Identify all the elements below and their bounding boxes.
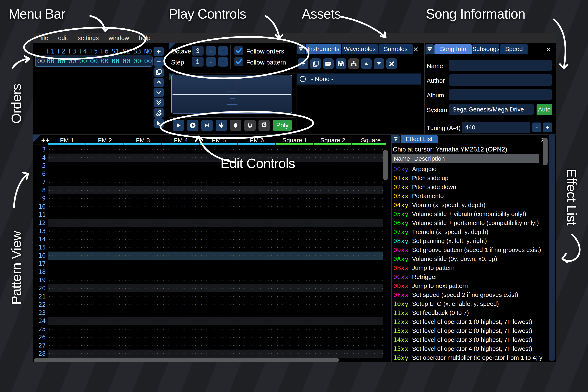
channel-header-fm-4[interactable]: FM 4	[162, 137, 200, 144]
pattern-cell[interactable]: ··· ·· ·· ····	[124, 317, 162, 325]
pattern-cell[interactable]: ··· ·· ·· ····	[162, 235, 200, 243]
pattern-cell[interactable]: ··· ·· ·· ····	[314, 260, 352, 268]
pattern-cell[interactable]: ··· ·· ·· ····	[48, 194, 86, 202]
pattern-vertical-scrollbar[interactable]	[383, 150, 388, 180]
octave-value[interactable]: 3	[192, 46, 204, 56]
pattern-cell[interactable]: ··· ·· ·· ····	[238, 276, 276, 284]
effect-row[interactable]: 00xyArpeggio	[392, 164, 543, 174]
step-down-button[interactable]	[216, 120, 227, 131]
pattern-cell[interactable]: ··· ·· ·· ····	[48, 162, 86, 170]
pattern-cell[interactable]: ··· ·· ·· ····	[200, 186, 238, 194]
pattern-cell[interactable]: ··· ·· ·· ····	[48, 252, 86, 260]
menu-item-file[interactable]: file	[36, 34, 53, 42]
pattern-horizontal-scrollbar[interactable]	[34, 358, 339, 362]
pattern-cell[interactable]: ··· ·· ·· ····	[162, 284, 200, 292]
channel-header-fm-3[interactable]: FM 3	[124, 137, 162, 144]
pattern-cell[interactable]: ··· ·· ·· ····	[86, 284, 124, 292]
effect-row[interactable]: 02xxPitch slide down	[392, 182, 543, 192]
play-button[interactable]	[173, 120, 184, 131]
tab-song-info[interactable]: Song Info	[434, 44, 472, 54]
pattern-cell[interactable]: ··· ·· ·· ····	[86, 154, 124, 162]
pattern-cell[interactable]: ··· ·· ·· ····	[124, 154, 162, 162]
pattern-cell[interactable]: ··· ·· ·· ····	[238, 202, 276, 211]
pattern-cell[interactable]: ··· ·· ·· ····	[276, 186, 314, 194]
pattern-cell[interactable]: ··· ·· ·· ····	[352, 309, 383, 317]
pattern-cell[interactable]: ··· ·· ·· ····	[162, 268, 200, 276]
pattern-cell[interactable]: ··· ·· ·· ····	[238, 333, 276, 341]
pattern-cell[interactable]: ··· ·· ·· ····	[314, 219, 352, 227]
pattern-cell[interactable]: ··· ·· ·· ····	[86, 292, 124, 300]
pattern-cell[interactable]: ··· ·· ·· ····	[48, 227, 86, 235]
pattern-cell[interactable]: ··· ·· ·· ····	[124, 227, 162, 235]
effect-row[interactable]: 06xyVolume slide + portamento (compatibi…	[392, 218, 543, 228]
pattern-cell[interactable]: ··· ·· ·· ····	[124, 162, 162, 170]
channel-header-fm-1[interactable]: FM 1	[48, 137, 86, 144]
pattern-cell[interactable]: ··· ·· ·· ····	[200, 268, 238, 276]
orders-value-cell[interactable]: 00	[67, 57, 78, 65]
pattern-cell[interactable]: ··· ·· ·· ····	[86, 317, 124, 325]
pattern-cell[interactable]: ··· ·· ·· ····	[200, 333, 238, 341]
pattern-cell[interactable]: ··· ·· ·· ····	[276, 300, 314, 309]
auto-system-button[interactable]: Auto	[536, 104, 552, 115]
pattern-cell[interactable]: ··· ·· ·· ····	[314, 145, 352, 154]
pattern-cell[interactable]: ··· ·· ·· ····	[352, 170, 383, 178]
menu-item-window[interactable]: window	[104, 34, 134, 42]
pattern-cell[interactable]: ··· ·· ·· ····	[124, 268, 162, 276]
pattern-cell[interactable]: ··· ·· ·· ····	[162, 243, 200, 252]
pattern-cell[interactable]: ··· ·· ·· ····	[124, 325, 162, 333]
pattern-cell[interactable]: ··· ·· ·· ····	[124, 341, 162, 350]
octave-decrease-button[interactable]: -	[206, 46, 216, 56]
pattern-cell[interactable]: ··· ·· ·· ····	[124, 243, 162, 252]
assets-add-button[interactable]: +	[298, 58, 308, 69]
pattern-cell[interactable]: ··· ·· ·· ····	[86, 276, 124, 284]
pattern-cell[interactable]: ··· ·· ·· ····	[352, 243, 383, 252]
window-menu-button[interactable]	[392, 135, 400, 143]
pattern-cell[interactable]: ··· ·· ·· ····	[352, 317, 383, 325]
pattern-cell[interactable]: ··· ·· ·· ····	[238, 260, 276, 268]
pattern-cell[interactable]: ··· ·· ·· ····	[276, 341, 314, 350]
pattern-cell[interactable]: ··· ·· ·· ····	[48, 292, 86, 300]
pattern-cell[interactable]: ··· ·· ·· ····	[352, 284, 383, 292]
orders-value-cell[interactable]: 00	[121, 57, 132, 65]
poly-toggle-button[interactable]: Poly	[273, 120, 292, 131]
tuning-increase-button[interactable]: +	[543, 122, 552, 132]
pattern-cell[interactable]: ··· ·· ·· ····	[276, 243, 314, 252]
pattern-cell[interactable]: ··· ·· ·· ····	[86, 178, 124, 186]
pattern-cell[interactable]: ··· ·· ·· ····	[314, 211, 352, 219]
orders-deep-clone-button[interactable]	[154, 108, 164, 118]
pattern-cell[interactable]: ··· ·· ·· ····	[276, 194, 314, 202]
pattern-cell[interactable]: ··· ·· ·· ····	[86, 341, 124, 350]
pattern-cell[interactable]: ··· ·· ·· ····	[314, 194, 352, 202]
pattern-cell[interactable]: ··· ·· ·· ····	[276, 145, 314, 154]
pattern-cell[interactable]: ··· ·· ·· ····	[276, 276, 314, 284]
pattern-cell[interactable]: ··· ·· ·· ····	[86, 260, 124, 268]
pattern-cell[interactable]: ··· ·· ·· ····	[276, 292, 314, 300]
pattern-cell[interactable]: ··· ·· ·· ····	[238, 178, 276, 186]
pattern-cell[interactable]: ··· ·· ·· ····	[124, 186, 162, 194]
pattern-cell[interactable]: ··· ·· ·· ····	[238, 243, 276, 252]
pattern-cell[interactable]: ··· ·· ·· ····	[352, 341, 383, 350]
orders-value-cell[interactable]: 00	[142, 57, 154, 65]
pattern-cell[interactable]: ··· ·· ·· ····	[314, 350, 352, 358]
assets-move-up-button[interactable]	[361, 58, 372, 69]
effect-row[interactable]: 14xxSet level of operator 3 (0 highest, …	[392, 335, 543, 344]
pattern-cell[interactable]: ··· ·· ·· ····	[314, 178, 352, 186]
pattern-cell[interactable]: ··· ·· ·· ····	[124, 219, 162, 227]
pattern-cell[interactable]: ··· ·· ·· ····	[48, 268, 86, 276]
channel-header-square-2[interactable]: Square 2	[314, 137, 352, 144]
pattern-cell[interactable]: ··· ·· ·· ····	[162, 145, 200, 154]
pattern-cell[interactable]: ··· ·· ·· ····	[200, 317, 238, 325]
pattern-cell[interactable]: ··· ·· ·· ····	[124, 235, 162, 243]
pattern-cell[interactable]: ··· ·· ·· ····	[124, 252, 162, 260]
pattern-cell[interactable]: ··· ·· ·· ····	[276, 227, 314, 235]
tab-effect-list[interactable]: Effect List	[400, 135, 438, 143]
name-input[interactable]	[449, 60, 552, 71]
pattern-cell[interactable]: ··· ·· ·· ····	[48, 178, 86, 186]
pattern-cell[interactable]: ··· ·· ·· ····	[86, 186, 124, 194]
pattern-cell[interactable]: ··· ·· ·· ····	[48, 276, 86, 284]
pattern-cell[interactable]: ··· ·· ·· ····	[124, 170, 162, 178]
menu-item-help[interactable]: help	[134, 34, 155, 42]
pattern-cell[interactable]: ··· ·· ·· ····	[48, 154, 86, 162]
pattern-cell[interactable]: ··· ·· ·· ····	[48, 317, 86, 325]
pattern-cell[interactable]: ··· ·· ·· ····	[238, 300, 276, 309]
